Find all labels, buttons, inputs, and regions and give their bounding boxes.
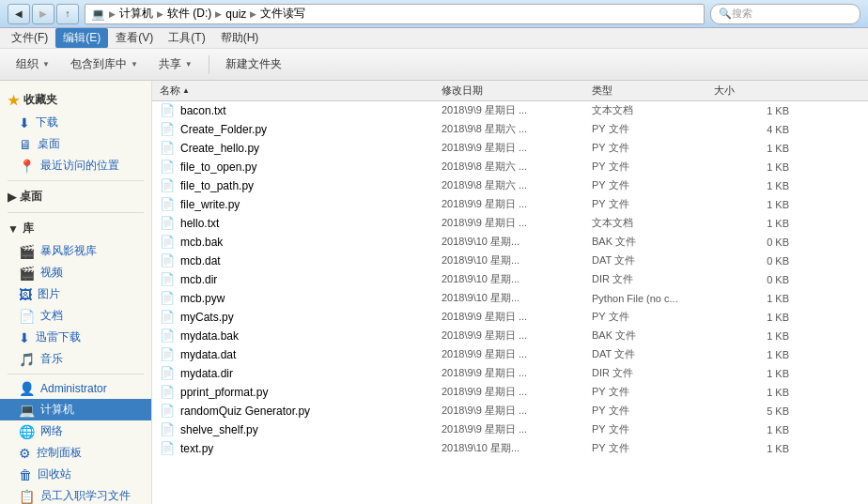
sidebar-item-administrator[interactable]: 👤 Administrator [0,378,151,399]
table-row[interactable]: 📄 shelve_shelf.py 2018\9\9 星期日 ... PY 文件… [152,420,868,439]
file-type: DAT 文件 [592,253,714,267]
file-type: 文本文档 [592,216,714,230]
organize-arrow: ▼ [42,60,50,69]
sidebar-item-recent[interactable]: 📍 最近访问的位置 [0,155,151,176]
sidebar-favorites-header: ★ 收藏夹 [0,88,151,112]
favorites-star-icon: ★ [8,93,20,108]
file-name: bacon.txt [180,104,226,117]
recycle-icon: 🗑 [19,467,32,482]
table-row[interactable]: 📄 hello.txt 2018\9\9 星期日 ... 文本文档 1 KB [152,214,868,233]
file-icon: 📄 [160,253,175,267]
file-type: DIR 文件 [592,366,714,380]
table-row[interactable]: 📄 myCats.py 2018\9\9 星期日 ... PY 文件 1 KB [152,308,868,327]
sidebar-item-thunder[interactable]: ⬇ 迅雷下载 [0,327,151,348]
sidebar-divider-2 [8,212,144,213]
sidebar-item-desktop[interactable]: 🖥 桌面 [0,133,151,155]
menu-edit[interactable]: 编辑(E) [55,28,108,48]
sidebar-item-video-library[interactable]: 🎬 暴风影视库 [0,240,151,262]
downloads-label: 下载 [36,115,58,130]
share-button[interactable]: 共享 ▼ [150,53,201,77]
controlpanel-icon: ⚙ [19,446,31,461]
recycle-label: 回收站 [38,466,71,482]
up-button[interactable]: ↑ [56,4,79,24]
table-row[interactable]: 📄 Create_Folder.py 2018\9\8 星期六 ... PY 文… [152,120,868,139]
table-row[interactable]: 📄 mcb.dat 2018\9\10 星期... DAT 文件 0 KB [152,252,868,270]
table-row[interactable]: 📄 bacon.txt 2018\9\9 星期日 ... 文本文档 1 KB [152,101,868,120]
col-header-name[interactable]: 名称 ▲ [160,84,442,98]
file-icon: 📄 [160,216,175,230]
file-date: 2018\9\10 星期... [442,272,592,286]
table-row[interactable]: 📄 text.py 2018\9\10 星期... PY 文件 1 KB [152,439,868,458]
table-row[interactable]: 📄 file_to_open.py 2018\9\8 星期六 ... PY 文件… [152,158,868,176]
menu-tools[interactable]: 工具(T) [161,28,212,48]
file-type: BAK 文件 [592,235,714,249]
menu-file[interactable]: 文件(F) [4,28,55,48]
forward-button[interactable]: ▶ [32,4,54,24]
share-label: 共享 [159,56,181,72]
menu-view[interactable]: 查看(V) [108,28,161,48]
organize-button[interactable]: 组织 ▼ [8,53,58,77]
file-name: mcb.bak [180,236,223,249]
col-header-date[interactable]: 修改日期 [442,84,592,98]
sidebar-item-recycle[interactable]: 🗑 回收站 [0,464,151,485]
table-row[interactable]: 📄 pprint_pformat.py 2018\9\9 星期日 ... PY … [152,383,868,402]
file-size: 1 KB [714,387,789,398]
include-library-button[interactable]: 包含到库中 ▼ [62,53,147,77]
include-library-label: 包含到库中 [70,56,127,72]
sidebar-desktop-group[interactable]: ▶ 桌面 [0,185,151,208]
network-icon: 🌐 [19,424,35,439]
file-date: 2018\9\9 星期日 ... [442,366,592,380]
address-bar[interactable]: 💻 ▶ 计算机 ▶ 软件 (D:) ▶ quiz ▶ 文件读写 [85,4,705,24]
table-row[interactable]: 📄 mydata.dir 2018\9\9 星期日 ... DIR 文件 1 K… [152,364,868,383]
videos-icon: 🎬 [19,266,35,281]
new-folder-button[interactable]: 新建文件夹 [217,53,290,77]
search-box[interactable]: 🔍 搜索 [710,4,860,24]
col-header-type[interactable]: 类型 [592,84,714,98]
file-icon: 📄 [160,366,175,380]
table-row[interactable]: 📄 file_to_path.py 2018\9\8 星期六 ... PY 文件… [152,176,868,195]
sidebar-item-controlpanel[interactable]: ⚙ 控制面板 [0,442,151,464]
sidebar-item-computer[interactable]: 💻 计算机 [0,399,151,420]
thunder-label: 迅雷下载 [36,329,81,345]
file-name: hello.txt [180,217,219,230]
menu-help[interactable]: 帮助(H) [213,28,267,48]
sidebar-item-pictures[interactable]: 🖼 图片 [0,283,151,305]
file-date: 2018\9\10 星期... [442,253,592,267]
sidebar-item-downloads[interactable]: ⬇ 下载 [0,112,151,133]
sidebar-item-network[interactable]: 🌐 网络 [0,420,151,442]
sidebar-divider-1 [8,180,144,181]
video-library-icon: 🎬 [19,244,35,259]
sidebar-item-onboarding[interactable]: 📋 员工入职学习文件 [0,485,151,504]
recent-icon: 📍 [19,159,35,174]
sidebar-divider-3 [8,374,144,374]
file-type: PY 文件 [592,178,714,192]
back-button[interactable]: ◀ [8,4,30,24]
table-row[interactable]: 📄 file_write.py 2018\9\9 星期日 ... PY 文件 1… [152,195,868,214]
table-row[interactable]: 📄 randomQuiz Generator.py 2018\9\9 星期日 .… [152,402,868,420]
file-type: PY 文件 [592,197,714,211]
file-icon: 📄 [160,160,175,174]
table-row[interactable]: 📄 mcb.dir 2018\9\10 星期... DIR 文件 0 KB [152,270,868,289]
sidebar-item-music[interactable]: 🎵 音乐 [0,348,151,370]
file-name: mcb.dat [180,254,221,267]
file-size: 5 KB [714,405,789,417]
file-type: Python File (no c... [592,293,714,304]
table-row[interactable]: 📄 Create_hello.py 2018\9\9 星期日 ... PY 文件… [152,139,868,158]
table-row[interactable]: 📄 mydata.dat 2018\9\9 星期日 ... DAT 文件 1 K… [152,345,868,364]
nav-buttons: ◀ ▶ ↑ [8,4,79,24]
table-row[interactable]: 📄 mydata.bak 2018\9\9 星期日 ... BAK 文件 1 K… [152,327,868,345]
col-header-size[interactable]: 大小 [714,84,789,98]
file-name: mcb.pyw [180,292,225,305]
sidebar-library-group[interactable]: ▼ 库 [0,217,151,240]
file-type: PY 文件 [592,441,714,455]
table-row[interactable]: 📄 mcb.pyw 2018\9\10 星期... Python File (n… [152,289,868,308]
sidebar-item-documents[interactable]: 📄 文档 [0,305,151,327]
file-size: 0 KB [714,237,789,248]
table-row[interactable]: 📄 mcb.bak 2018\9\10 星期... BAK 文件 0 KB [152,233,868,252]
addr-chevron-3: ▶ [215,9,222,19]
network-label: 网络 [40,423,63,439]
sidebar-item-videos[interactable]: 🎬 视频 [0,262,151,283]
desktop-icon: 🖥 [19,137,32,152]
file-name: text.py [180,442,213,455]
file-pane: 名称 ▲ 修改日期 类型 大小 📄 bacon.txt 2018\9\9 星期日… [152,81,868,504]
